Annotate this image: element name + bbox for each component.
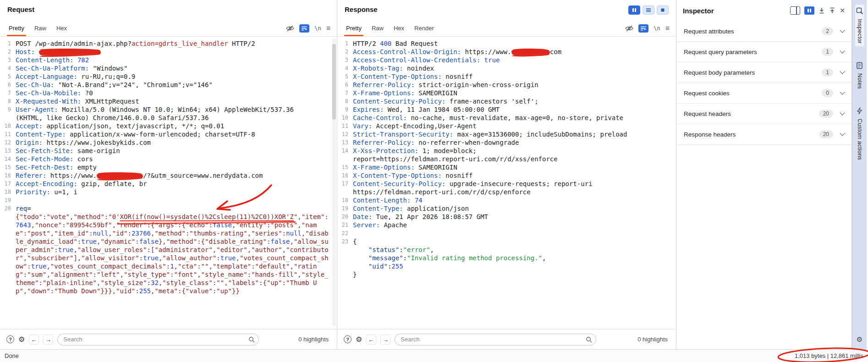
code-token: "uid" [368, 263, 388, 270]
layout-single-button[interactable] [657, 5, 669, 15]
code-token: X-Frame-Options: [353, 89, 415, 97]
code-token: Strict-Transport-Security: [353, 131, 453, 138]
code-line: 18Priority: u=1, i [0, 188, 337, 196]
code-line: "message":"Invalid rating method process… [337, 254, 676, 262]
hide-highlights-eye-icon[interactable] [286, 25, 294, 32]
code-token: Vary: [353, 122, 372, 130]
response-editor[interactable]: 1HTTP/2 400 Bad Request2Access-Control-A… [337, 37, 676, 329]
response-tab-hex[interactable]: Hex [389, 20, 409, 36]
inspector-dock-outline-icon[interactable] [790, 6, 800, 15]
code-token: Server: [353, 221, 380, 229]
code-line: 12Origin: https://www.jokesbykids.com [0, 138, 337, 147]
tab-label: Pretty [346, 25, 362, 32]
code-token: null [286, 230, 302, 237]
sidebar-tab-inspector[interactable]: Inspector [855, 5, 864, 46]
response-search-input[interactable] [395, 334, 596, 346]
layout-columns-button[interactable] [628, 5, 640, 15]
code-token: /?&utm_source=www.nerdydata.com [143, 172, 263, 179]
request-tab-hex[interactable]: Hex [51, 20, 72, 36]
show-newlines-icon[interactable]: \n [654, 25, 660, 32]
soft-wrap-icon[interactable] [638, 24, 648, 33]
soft-wrap-icon[interactable] [299, 24, 309, 33]
sidebar-tab-notes[interactable]: Notes [855, 59, 864, 92]
search-settings-gear-icon[interactable]: ⚙ [18, 335, 25, 344]
search-settings-gear-icon[interactable]: ⚙ [356, 335, 362, 344]
inspector-section-request-attributes[interactable]: Request attributes 2 [676, 21, 852, 42]
code-token: Bad Request [391, 40, 438, 47]
count-badge: 1 [822, 68, 833, 77]
hide-highlights-eye-icon[interactable] [625, 25, 633, 32]
code-token: strict-origin-when-cross-origin [415, 81, 538, 88]
inspector-section-request-headers[interactable]: Request headers 20 [676, 104, 852, 124]
help-icon[interactable]: ? [6, 335, 14, 343]
show-newlines-icon[interactable]: \n [314, 25, 321, 32]
code-token: Date: [353, 213, 372, 220]
line-number: 6 [0, 81, 16, 89]
code-token: Sec-Fetch-Site: [16, 147, 73, 154]
scrollbar-thumb[interactable] [332, 44, 336, 120]
inspector-section-request-body-parameters[interactable]: Request body parameters 1 [676, 62, 852, 83]
code-token: Accept-Language: [16, 73, 77, 80]
next-match-icon[interactable]: → [380, 335, 390, 345]
help-icon[interactable]: ? [344, 335, 352, 343]
count-badge: 20 [819, 110, 833, 118]
chevron-down-icon [840, 69, 845, 74]
inspector-section-request-query-parameters[interactable]: Request query parameters 1 [676, 42, 852, 62]
code-token: Host: [16, 48, 35, 55]
layout-toggle-buttons [628, 5, 669, 15]
search-icon [586, 336, 592, 343]
prev-match-icon[interactable]: ← [29, 335, 39, 345]
code-line: 17Accept-Encoding: gzip, deflate, br [0, 180, 337, 188]
line-number: 3 [0, 56, 16, 64]
line-number: 14 [337, 147, 353, 163]
code-token [73, 56, 77, 64]
code-line: 9Expires: Wed, 11 Jan 1984 05:00:00 GMT [337, 105, 676, 114]
code-line: } [337, 270, 676, 279]
inspector-section-response-headers[interactable]: Response headers 20 [676, 124, 852, 145]
sidebar-tab-custom-actions[interactable]: Custom actions [856, 104, 864, 163]
request-editor[interactable]: 1POST /wp-admin/admin-ajax.php?action=gd… [0, 37, 337, 329]
editor-menu-icon[interactable]: ≡ [326, 24, 330, 33]
code-token: X-Content-Type-Options: [353, 172, 442, 179]
code-token: application/json, text/javascript, */*; … [43, 122, 224, 130]
editor-menu-icon[interactable]: ≡ [665, 24, 670, 33]
response-tab-render[interactable]: Render [409, 20, 439, 36]
code-token [353, 246, 368, 253]
code-token: true [220, 254, 236, 262]
response-tab-pretty[interactable]: Pretty [341, 20, 367, 36]
line-number [337, 262, 353, 270]
request-tab-pretty[interactable]: Pretty [4, 20, 29, 36]
line-number: 12 [0, 138, 16, 147]
request-tab-raw[interactable]: Raw [29, 20, 51, 36]
code-token: "Invalid rating method processing." [407, 254, 542, 262]
line-number: 14 [0, 155, 16, 163]
request-search-input[interactable] [57, 334, 259, 346]
collapse-all-icon[interactable] [829, 7, 835, 14]
line-number: 11 [337, 122, 353, 130]
close-inspector-icon[interactable]: ✕ [840, 7, 845, 14]
tab-label: Pretty [9, 25, 24, 32]
response-highlights-count: 0 highlights [637, 336, 668, 343]
request-scrollbar[interactable] [332, 38, 336, 326]
code-token: com [550, 48, 561, 55]
next-match-icon[interactable]: → [43, 335, 53, 345]
code-token: Apache [380, 221, 407, 229]
settings-gear-icon[interactable]: ⚙ [857, 335, 863, 344]
inspector-section-request-cookies[interactable]: Request cookies 0 [676, 83, 852, 104]
code-line: 2Host: ________________ [0, 48, 337, 56]
code-token: action=gdrts_live_handler [132, 40, 228, 47]
line-number: 18 [337, 196, 353, 204]
code-token: User-Agent: [16, 106, 58, 113]
code-token: Sec-Ch-Ua: [16, 81, 54, 88]
layout-rows-button[interactable] [643, 5, 654, 15]
code-token: "Not-A.Brand";v="24", "Chromium";v="146" [54, 81, 213, 88]
code-token: 782 [77, 56, 89, 64]
code-token: false [270, 238, 290, 245]
prev-match-icon[interactable]: ← [366, 335, 376, 345]
expand-all-icon[interactable] [819, 7, 825, 14]
line-number: 4 [0, 64, 16, 72]
code-token: 32 [151, 279, 159, 286]
response-tab-raw[interactable]: Raw [367, 20, 389, 36]
code-token [480, 56, 484, 64]
inspector-dock-active-icon[interactable] [804, 6, 814, 15]
